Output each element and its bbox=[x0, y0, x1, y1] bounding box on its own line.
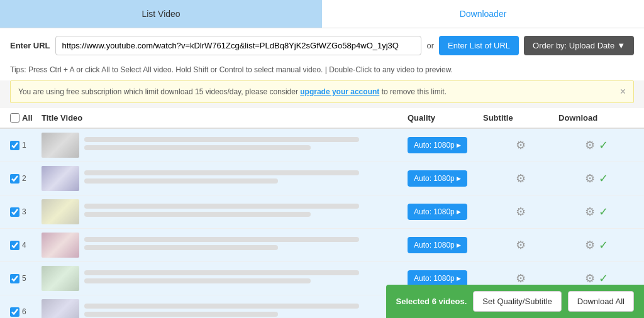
row-checkbox-4[interactable] bbox=[10, 241, 19, 250]
quality-cell-3: Auto: 1080p bbox=[408, 204, 483, 220]
select-all-cell[interactable]: All bbox=[10, 113, 42, 123]
title-header: Title Video bbox=[42, 113, 408, 123]
row-check-3[interactable]: 3 bbox=[10, 207, 42, 217]
quality-cell-4: Auto: 1080p bbox=[408, 237, 483, 253]
row-check-4[interactable]: 4 bbox=[10, 241, 42, 250]
notice-text: You are using free subscription which li… bbox=[18, 87, 447, 96]
set-quality-subtitle-button[interactable]: Set Quality/Subtitle bbox=[473, 291, 562, 312]
table-row: 1 Auto: 1080p ⚙ ⚙ ✓ bbox=[0, 129, 644, 162]
subtitle-cell-1: ⚙ bbox=[483, 138, 558, 152]
quality-cell-1: Auto: 1080p bbox=[408, 137, 483, 153]
row-num-2: 2 bbox=[22, 174, 26, 183]
notice-close-icon[interactable]: × bbox=[620, 86, 626, 97]
row-checkbox-2[interactable] bbox=[10, 174, 19, 184]
row-checkbox-3[interactable] bbox=[10, 207, 19, 217]
title-line-5 bbox=[84, 204, 359, 209]
row-checkbox-1[interactable] bbox=[10, 141, 19, 150]
download-settings-icon-3[interactable]: ⚙ bbox=[585, 205, 595, 219]
download-check-icon-4[interactable]: ✓ bbox=[599, 238, 608, 252]
download-settings-icon-1[interactable]: ⚙ bbox=[585, 138, 595, 152]
download-check-icon-3[interactable]: ✓ bbox=[599, 205, 608, 219]
title-6 bbox=[84, 304, 408, 318]
download-all-button[interactable]: Download All bbox=[568, 291, 634, 312]
thumbnail-5 bbox=[42, 266, 79, 291]
download-cell-5: ⚙ ✓ bbox=[558, 271, 634, 285]
quality-button-1[interactable]: Auto: 1080p bbox=[408, 137, 467, 153]
table-row: 3 Auto: 1080p ⚙ ⚙ ✓ bbox=[0, 195, 644, 229]
title-5 bbox=[84, 270, 408, 287]
thumbnail-1 bbox=[42, 133, 79, 158]
subtitle-settings-icon-5[interactable]: ⚙ bbox=[516, 271, 526, 285]
title-line-10 bbox=[84, 278, 311, 283]
quality-button-3[interactable]: Auto: 1080p bbox=[408, 204, 467, 220]
row-check-2[interactable]: 2 bbox=[10, 174, 42, 184]
download-settings-icon-4[interactable]: ⚙ bbox=[585, 238, 595, 252]
title-1 bbox=[84, 137, 408, 153]
row-num-3: 3 bbox=[22, 207, 26, 216]
subtitle-settings-icon-4[interactable]: ⚙ bbox=[516, 238, 526, 252]
subtitle-cell-4: ⚙ bbox=[483, 238, 558, 252]
title-line-6 bbox=[84, 212, 311, 217]
quality-cell-2: Auto: 1080p bbox=[408, 170, 483, 187]
row-checkbox-6[interactable] bbox=[10, 307, 19, 317]
download-cell-3: ⚙ ✓ bbox=[558, 205, 634, 219]
subtitle-settings-icon-1[interactable]: ⚙ bbox=[516, 138, 526, 152]
tab-downloader[interactable]: Downloader bbox=[322, 0, 644, 28]
table-row: 4 Auto: 1080p ⚙ ⚙ ✓ bbox=[0, 229, 644, 262]
all-label: All bbox=[22, 113, 33, 123]
row-content-1 bbox=[42, 133, 408, 158]
bottom-action-bar: Selected 6 videos. Set Quality/Subtitle … bbox=[386, 285, 644, 318]
thumbnail-4 bbox=[42, 233, 79, 258]
row-num-4: 4 bbox=[22, 241, 26, 249]
row-num-1: 1 bbox=[22, 141, 26, 150]
download-cell-1: ⚙ ✓ bbox=[558, 138, 634, 152]
row-content-2 bbox=[42, 166, 408, 191]
thumbnail-3 bbox=[42, 199, 79, 224]
upgrade-link[interactable]: upgrade your account bbox=[300, 87, 379, 96]
row-check-6[interactable]: 6 bbox=[10, 307, 42, 317]
download-cell-2: ⚙ ✓ bbox=[558, 172, 634, 185]
row-checkbox-5[interactable] bbox=[10, 274, 19, 283]
download-check-icon-5[interactable]: ✓ bbox=[599, 271, 608, 285]
thumbnail-2 bbox=[42, 166, 79, 191]
title-line-8 bbox=[84, 245, 278, 250]
quality-button-2[interactable]: Auto: 1080p bbox=[408, 170, 467, 187]
download-settings-icon-5[interactable]: ⚙ bbox=[585, 271, 595, 285]
table-header: All Title Video Quality Subtitle Downloa… bbox=[0, 108, 644, 129]
row-num-5: 5 bbox=[22, 274, 26, 283]
enter-list-button[interactable]: Enter List of URL bbox=[439, 36, 519, 55]
order-by-button[interactable]: Order by: Upload Date ▼ bbox=[524, 36, 634, 55]
subtitle-cell-2: ⚙ bbox=[483, 172, 558, 185]
select-all-checkbox[interactable] bbox=[10, 113, 19, 123]
subtitle-cell-3: ⚙ bbox=[483, 205, 558, 219]
url-label: Enter URL bbox=[10, 41, 50, 50]
quality-button-4[interactable]: Auto: 1080p bbox=[408, 237, 467, 253]
download-cell-4: ⚙ ✓ bbox=[558, 238, 634, 252]
title-line-7 bbox=[84, 237, 359, 242]
url-input[interactable] bbox=[55, 36, 422, 55]
subtitle-settings-icon-3[interactable]: ⚙ bbox=[516, 205, 526, 219]
title-2 bbox=[84, 170, 408, 187]
tab-list-video[interactable]: List Video bbox=[0, 0, 322, 28]
url-row: Enter URL or Enter List of URL Order by:… bbox=[0, 28, 644, 63]
download-settings-icon-2[interactable]: ⚙ bbox=[585, 172, 595, 185]
row-content-3 bbox=[42, 199, 408, 224]
row-check-1[interactable]: 1 bbox=[10, 141, 42, 150]
subtitle-settings-icon-2[interactable]: ⚙ bbox=[516, 172, 526, 185]
download-check-icon-2[interactable]: ✓ bbox=[599, 172, 608, 185]
title-4 bbox=[84, 237, 408, 253]
download-header: Download bbox=[558, 113, 634, 123]
title-line-2 bbox=[84, 145, 311, 150]
tips-row: Tips: Press Ctrl + A or click All to Sel… bbox=[0, 63, 644, 80]
row-content-6 bbox=[42, 299, 408, 318]
title-line-4 bbox=[84, 178, 278, 184]
download-check-icon-1[interactable]: ✓ bbox=[599, 138, 608, 152]
table-row: 2 Auto: 1080p ⚙ ⚙ ✓ bbox=[0, 162, 644, 195]
row-content-5 bbox=[42, 266, 408, 291]
row-check-5[interactable]: 5 bbox=[10, 274, 42, 283]
notice-bar: You are using free subscription which li… bbox=[10, 80, 634, 103]
or-text: or bbox=[426, 41, 434, 50]
title-line-3 bbox=[84, 170, 359, 175]
title-line-11 bbox=[84, 304, 359, 309]
tips-text: Tips: Press Ctrl + A or click All to Sel… bbox=[10, 65, 453, 74]
